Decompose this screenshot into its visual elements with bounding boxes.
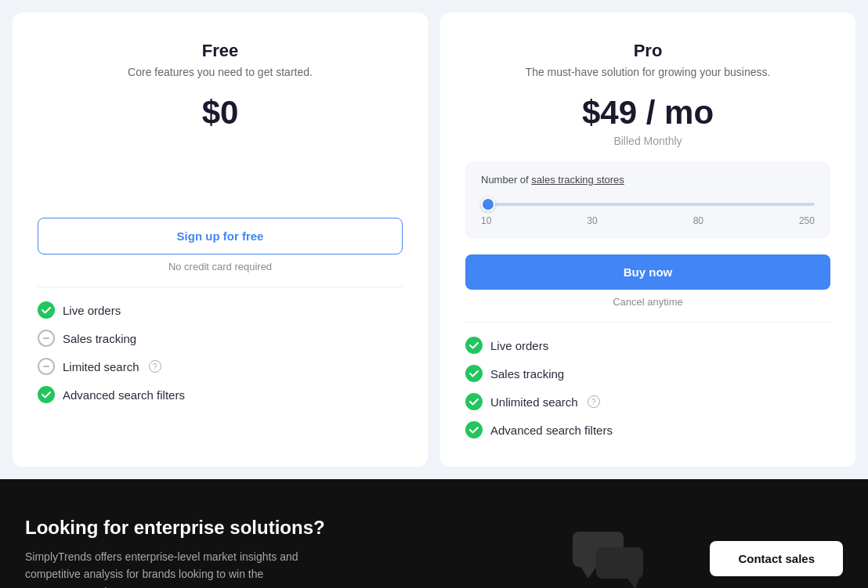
pro-plan-card: Pro The must-have solution for growing y… xyxy=(440,13,855,467)
check-icon-pro-live-orders xyxy=(465,337,483,354)
enterprise-title: Looking for enterprise solutions? xyxy=(25,517,506,539)
check-icon-advanced-filters-free xyxy=(38,386,55,403)
free-live-orders-label: Live orders xyxy=(63,304,121,317)
tick-30: 30 xyxy=(587,215,597,226)
enterprise-text: Looking for enterprise solutions? Simply… xyxy=(25,517,506,588)
enterprise-icon-area xyxy=(537,528,678,588)
partial-icon-sales-tracking xyxy=(38,330,55,347)
pro-feature-advanced-filters: Advanced search filters xyxy=(465,421,830,438)
pro-sales-tracking-label: Sales tracking xyxy=(490,367,564,381)
free-feature-limited-search: Limited search ? xyxy=(38,358,403,375)
pro-divider xyxy=(465,322,830,323)
pro-plan-billing: Billed Monthly xyxy=(465,135,830,147)
free-feature-sales-tracking: Sales tracking xyxy=(38,330,403,347)
pro-plan-description: The must-have solution for growing your … xyxy=(465,66,830,78)
tick-250: 250 xyxy=(799,215,815,226)
slider-label: Number of sales tracking stores xyxy=(481,174,815,186)
pro-feature-list: Live orders Sales tracking Unlimited sea… xyxy=(465,337,830,438)
free-plan-card: Free Core features you need to get start… xyxy=(13,13,428,467)
free-feature-live-orders: Live orders xyxy=(38,301,403,319)
enterprise-description: SimplyTrends offers enterprise-level mar… xyxy=(25,548,323,588)
stores-slider[interactable] xyxy=(481,203,815,206)
pro-advanced-filters-label: Advanced search filters xyxy=(490,424,613,437)
enterprise-cta: Contact sales xyxy=(710,541,843,576)
info-icon-limited-search[interactable]: ? xyxy=(149,360,161,373)
free-sales-tracking-label: Sales tracking xyxy=(63,332,136,345)
pro-buy-button[interactable]: Buy now xyxy=(465,254,830,290)
free-feature-list: Live orders Sales tracking Limited searc… xyxy=(38,301,403,403)
pro-feature-live-orders: Live orders xyxy=(465,337,830,354)
info-icon-unlimited-search[interactable]: ? xyxy=(588,395,600,408)
free-plan-price: $0 xyxy=(38,94,403,132)
pro-unlimited-search-label: Unlimited search xyxy=(490,395,578,409)
pro-plan-name: Pro xyxy=(465,41,830,61)
chat-bubbles-icon xyxy=(569,528,647,588)
free-advanced-filters-label: Advanced search filters xyxy=(63,388,185,402)
svg-rect-2 xyxy=(596,547,643,579)
svg-marker-3 xyxy=(627,579,639,588)
pro-feature-unlimited-search: Unlimited search ? xyxy=(465,393,830,410)
tick-80: 80 xyxy=(693,215,703,226)
check-icon-pro-unlimited-search xyxy=(465,393,483,410)
pro-plan-price: $49 / mo xyxy=(465,94,830,132)
free-no-cc-text: No credit card required xyxy=(38,261,403,272)
free-feature-advanced-filters: Advanced search filters xyxy=(38,386,403,403)
slider-container: Number of sales tracking stores 10 30 80… xyxy=(465,161,830,239)
free-limited-search-label: Limited search xyxy=(63,360,139,373)
check-icon-pro-advanced-filters xyxy=(465,421,483,438)
check-icon-pro-sales-tracking xyxy=(465,365,483,382)
pro-cancel-text: Cancel anytime xyxy=(465,296,830,308)
partial-icon-limited-search xyxy=(38,358,55,375)
pro-live-orders-label: Live orders xyxy=(490,339,548,352)
pro-feature-sales-tracking: Sales tracking xyxy=(465,365,830,382)
tick-10: 10 xyxy=(481,215,491,226)
enterprise-section: Looking for enterprise solutions? Simply… xyxy=(0,479,868,588)
svg-marker-1 xyxy=(580,567,596,579)
free-signup-button[interactable]: Sign up for free xyxy=(38,218,403,254)
contact-sales-button[interactable]: Contact sales xyxy=(710,541,843,576)
free-divider xyxy=(38,287,403,287)
slider-label-underlined: sales tracking stores xyxy=(531,174,624,186)
free-plan-description: Core features you need to get started. xyxy=(38,66,403,78)
pricing-section: Free Core features you need to get start… xyxy=(0,0,868,479)
slider-ticks: 10 30 80 250 xyxy=(481,215,815,226)
free-plan-name: Free xyxy=(38,41,403,61)
check-icon-live-orders xyxy=(38,301,55,319)
